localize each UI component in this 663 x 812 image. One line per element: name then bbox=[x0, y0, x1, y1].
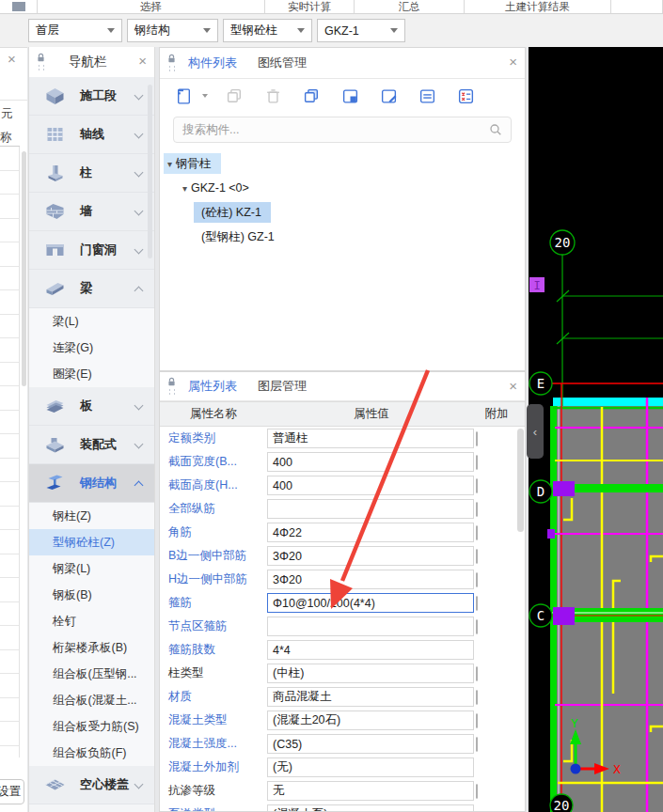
attach-checkbox[interactable] bbox=[476, 478, 478, 493]
property-name[interactable]: 抗渗等级 bbox=[160, 783, 267, 799]
nav-sub-12[interactable]: 钢柱(Z) bbox=[29, 503, 154, 529]
tree-item-1[interactable]: ▾GKZ-1 <0> bbox=[160, 176, 525, 200]
property-value-input[interactable]: 普通柱 bbox=[267, 429, 474, 448]
tree-item-2[interactable]: (砼柱) KZ-1 bbox=[160, 200, 525, 225]
nav-sub-6[interactable]: 梁(L) bbox=[29, 308, 154, 335]
nav-group-1[interactable]: 轴线 bbox=[29, 116, 154, 154]
nav-group-3[interactable]: 墙 bbox=[29, 193, 154, 231]
ribbon-group-realtime[interactable]: 实时计算 bbox=[265, 0, 355, 13]
floor-select[interactable]: 首层 bbox=[28, 19, 122, 42]
tree-item-0[interactable]: ▾钢骨柱 bbox=[160, 151, 525, 176]
property-name[interactable]: 节点区箍筋 bbox=[160, 618, 267, 634]
nav-sub-16[interactable]: 栓钉 bbox=[29, 608, 154, 634]
nav-group-4[interactable]: 门窗洞 bbox=[29, 231, 154, 270]
property-value-input[interactable]: 4*4 bbox=[267, 640, 474, 660]
nav-sub-21[interactable]: 组合板负筋(F) bbox=[29, 740, 154, 766]
attach-checkbox[interactable] bbox=[476, 572, 478, 587]
property-value-input[interactable]: 4Φ22 bbox=[267, 523, 474, 542]
delete-button-disabled[interactable] bbox=[264, 86, 285, 105]
property-name[interactable]: H边一侧中部筋 bbox=[160, 571, 267, 587]
ribbon-group-civil-results[interactable]: 土建计算结果 bbox=[465, 0, 611, 13]
expander-icon[interactable]: ▾ bbox=[182, 183, 187, 194]
property-value-input[interactable]: Φ10@100/200(4*4) bbox=[267, 593, 474, 613]
nav-group-11[interactable]: 钢结构 bbox=[29, 464, 154, 503]
drag-handle-icon[interactable] bbox=[36, 53, 46, 72]
attach-checkbox[interactable] bbox=[476, 549, 478, 564]
property-name[interactable]: 箍筋 bbox=[160, 595, 267, 611]
nav-group-0[interactable]: 施工段 bbox=[29, 77, 154, 116]
new-component-dropdown-icon[interactable] bbox=[202, 94, 208, 98]
property-name[interactable]: 截面宽度(B... bbox=[160, 454, 267, 470]
nav-sub-15[interactable]: 钢板(B) bbox=[29, 582, 154, 608]
attach-checkbox[interactable] bbox=[476, 619, 478, 634]
nav-sub-14[interactable]: 钢梁(L) bbox=[29, 555, 154, 582]
property-name[interactable]: 全部纵筋 bbox=[160, 501, 267, 517]
property-name[interactable]: 箍筋肢数 bbox=[160, 642, 267, 658]
close-icon[interactable]: × bbox=[509, 55, 517, 69]
property-value-input[interactable]: 400 bbox=[267, 452, 474, 472]
close-icon[interactable]: × bbox=[8, 52, 16, 66]
tab-component-list[interactable]: 构件列表 bbox=[188, 55, 237, 71]
batch-select-button[interactable] bbox=[457, 86, 478, 105]
search-input[interactable]: 搜索构件... bbox=[173, 117, 512, 143]
new-component-button[interactable] bbox=[175, 86, 196, 105]
element-type-select[interactable]: 型钢砼柱 bbox=[223, 19, 312, 42]
tab-property-list[interactable]: 属性列表 bbox=[188, 378, 237, 395]
drag-handle-icon[interactable] bbox=[166, 54, 177, 73]
property-value-input[interactable]: (混凝土20石) bbox=[267, 710, 474, 730]
property-value-input[interactable]: 3Φ20 bbox=[267, 570, 474, 589]
property-value-input[interactable]: 商品混凝土 bbox=[267, 687, 474, 707]
save-as-button[interactable] bbox=[380, 86, 401, 105]
property-name[interactable]: 泵送类型 bbox=[160, 806, 267, 812]
property-name[interactable]: 角筋 bbox=[160, 524, 267, 540]
copy-button-disabled[interactable] bbox=[226, 86, 246, 105]
attach-checkbox[interactable] bbox=[476, 525, 478, 540]
nav-sub-18[interactable]: 组合板(压型钢... bbox=[29, 661, 154, 687]
property-name[interactable]: 柱类型 bbox=[160, 665, 267, 681]
property-value-input[interactable]: (混凝土泵) bbox=[267, 804, 474, 812]
property-value-input[interactable]: 无 bbox=[267, 781, 474, 801]
category-select[interactable]: 钢结构 bbox=[127, 19, 218, 42]
property-name[interactable]: 截面高度(H... bbox=[160, 477, 267, 493]
nav-sub-7[interactable]: 连梁(G) bbox=[29, 335, 154, 361]
property-value-input[interactable]: (中柱) bbox=[267, 664, 474, 683]
scrollbar-thumb[interactable] bbox=[148, 85, 152, 258]
scrollbar-thumb[interactable] bbox=[517, 429, 524, 532]
nav-sub-20[interactable]: 组合板受力筋(S) bbox=[29, 713, 154, 740]
nav-sub-13[interactable]: 型钢砼柱(Z) bbox=[29, 529, 154, 555]
ribbon-group-select[interactable]: 选择 bbox=[38, 0, 265, 13]
close-icon[interactable]: × bbox=[509, 379, 517, 393]
attach-checkbox[interactable] bbox=[476, 713, 478, 728]
attach-checkbox[interactable] bbox=[476, 596, 478, 611]
drag-handle-icon[interactable] bbox=[166, 377, 177, 397]
attach-checkbox[interactable] bbox=[476, 784, 478, 799]
nav-group-5[interactable]: 梁 bbox=[29, 270, 154, 308]
attach-checkbox[interactable] bbox=[476, 690, 478, 705]
nav-sub-19[interactable]: 组合板(混凝土... bbox=[29, 687, 154, 713]
nav-group-9[interactable]: 板 bbox=[29, 387, 154, 426]
property-value-input[interactable] bbox=[267, 499, 474, 519]
property-name[interactable]: 定额类别 bbox=[160, 430, 267, 446]
property-value-input[interactable]: 3Φ20 bbox=[267, 546, 474, 566]
attach-checkbox[interactable] bbox=[476, 737, 478, 752]
scrollbar-thumb[interactable] bbox=[22, 151, 26, 386]
nav-sub-8[interactable]: 圈梁(E) bbox=[29, 361, 154, 387]
property-name[interactable]: 混凝土类型 bbox=[160, 712, 267, 728]
save-to-library-button[interactable] bbox=[341, 86, 362, 105]
cad-viewport[interactable]: I 20 E D C 20 Y X bbox=[529, 47, 663, 812]
nav-group-2[interactable]: 柱 bbox=[29, 154, 154, 193]
nav-group-10[interactable]: 装配式 bbox=[29, 426, 154, 464]
tab-layer-management[interactable]: 图层管理 bbox=[258, 378, 307, 395]
property-name[interactable]: 混凝土强度... bbox=[160, 736, 267, 752]
property-value-input[interactable]: (C35) bbox=[267, 734, 474, 754]
close-icon[interactable]: × bbox=[138, 54, 147, 68]
nav-group-22[interactable]: 空心楼盖 bbox=[29, 766, 154, 804]
batch-copy-button[interactable] bbox=[303, 86, 324, 105]
property-value-input[interactable] bbox=[267, 617, 474, 636]
settings-button[interactable]: 设置 bbox=[0, 779, 24, 804]
property-value-input[interactable]: (无) bbox=[267, 757, 474, 777]
attach-checkbox[interactable] bbox=[476, 431, 478, 446]
sort-by-name-button[interactable] bbox=[418, 86, 439, 105]
attach-checkbox[interactable] bbox=[476, 455, 478, 470]
property-value-input[interactable]: 400 bbox=[267, 476, 474, 495]
